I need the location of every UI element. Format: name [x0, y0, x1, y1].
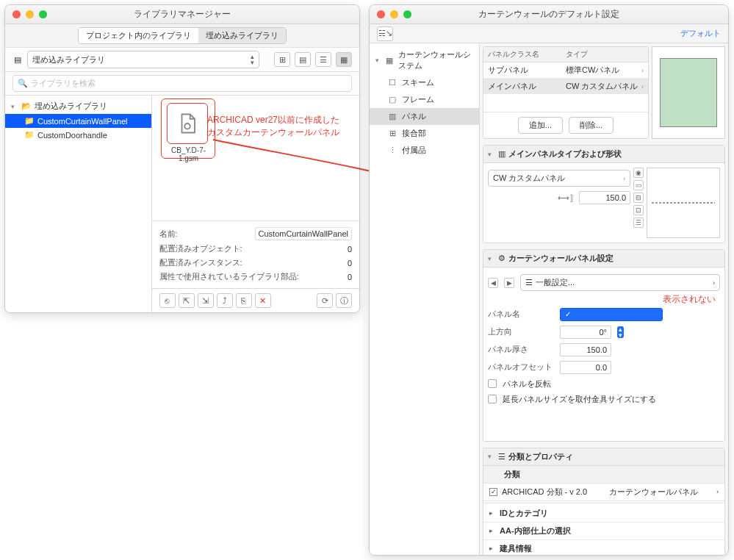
field-offset-input[interactable]: 0.0 — [560, 361, 611, 374]
tree-root[interactable]: ▾ 📂 埋め込みライブラリ — [5, 98, 151, 114]
checkbox-checked-icon[interactable]: ✓ — [489, 488, 497, 496]
section-cw-panel-settings[interactable]: ▾ ⚙ カーテンウォールパネル設定 — [483, 250, 724, 268]
group-aa[interactable]: ▸AA-内部仕上の選択 — [483, 523, 724, 540]
view-section-icon[interactable]: ⊟ — [633, 193, 644, 203]
extend-label: 延長パネルサイズを取付金具サイズにする — [503, 394, 656, 405]
meta-placed-obj-label: 配置済みオブジェクト: — [159, 243, 323, 254]
search-input[interactable]: 🔍 ライブラリを検索 — [12, 75, 352, 92]
view-reset-icon[interactable]: ☰ — [633, 218, 644, 228]
zoom-icon[interactable] — [39, 10, 47, 18]
thickness-input[interactable]: 150.0 — [579, 191, 630, 204]
nav-junction[interactable]: ⊞ 接合部 — [370, 125, 479, 142]
chevron-down-icon: ▾ — [11, 103, 18, 110]
new-folder-icon[interactable]: ⊞ — [274, 52, 290, 67]
filter-icon[interactable]: ☵↘ — [377, 26, 393, 41]
preview-section — [647, 168, 720, 238]
view-grid-icon[interactable]: ▦ — [336, 52, 352, 67]
group-id[interactable]: ▸IDとカテゴリ — [483, 505, 724, 523]
panel-type-value: CW カスタムパネル — [493, 173, 565, 184]
view-elev-icon[interactable]: ⊡ — [633, 205, 644, 215]
nav-prev-icon[interactable]: ◀ — [488, 278, 498, 288]
library-selector[interactable]: 埋め込みライブラリ ▴▾ — [27, 51, 259, 68]
window-title-cw: カーテンウォールのデフォルト設定 — [370, 8, 728, 21]
group-label: IDとカテゴリ — [500, 508, 548, 519]
zoom-icon[interactable] — [403, 10, 411, 18]
field-updir-input[interactable]: 0° — [560, 326, 611, 339]
chevron-right-icon: ▸ — [489, 509, 495, 517]
add-button[interactable]: 追加... — [518, 117, 563, 134]
general-settings-dropdown[interactable]: ☰一般設定... › — [520, 274, 720, 291]
tool-copy-icon[interactable]: ⎘ — [236, 293, 252, 308]
tab-project-lib[interactable]: プロジェクト内のライブラリ — [79, 28, 198, 43]
row-sub-val: 標準CWパネル — [566, 65, 619, 76]
close-icon[interactable] — [377, 10, 385, 18]
view-3d-icon[interactable]: ◉ — [633, 168, 644, 178]
tree-item-custom-cw-panel[interactable]: 📁 CustomCurtainWallPanel — [5, 114, 151, 128]
field-thick-input[interactable]: 150.0 — [560, 343, 611, 356]
meta-name-input[interactable]: CustomCurtainWallPanel — [255, 227, 352, 240]
tool-info-icon[interactable]: ⓘ — [336, 293, 352, 308]
close-icon[interactable] — [12, 10, 21, 18]
view-plan-icon[interactable]: ▭ — [633, 180, 644, 190]
nav-frame[interactable]: ▢ フレーム — [370, 91, 479, 108]
meta-placed-inst-val: 0 — [323, 259, 352, 268]
nav-accessory[interactable]: ⋮ 付属品 — [370, 142, 479, 159]
chevron-right-icon[interactable]: › — [641, 83, 644, 90]
minimize-icon[interactable] — [26, 10, 34, 18]
chevron-right-icon: ▸ — [489, 545, 495, 552]
general-label: 一般設定... — [536, 277, 575, 288]
tool-delete-icon[interactable]: ✕ — [255, 293, 271, 308]
meta-placed-inst-label: 配置済みインスタンス: — [159, 257, 323, 268]
section-classification[interactable]: ▾ ☰ 分類とプロパティ — [483, 448, 724, 466]
tab-embedded-lib[interactable]: 埋め込みライブラリ — [198, 28, 286, 43]
stepper-icon[interactable]: ▴▾ — [617, 326, 624, 338]
row-sub-label[interactable]: サブパネル — [488, 65, 566, 76]
view-list-icon[interactable]: ▤ — [295, 52, 311, 67]
chevron-right-icon: › — [713, 279, 715, 287]
file-item[interactable]: CB_Y.D-7-1.gsm — [167, 103, 211, 162]
tool-export-icon[interactable]: ⤴ — [217, 293, 233, 308]
chevron-down-icon: ▾ — [488, 255, 495, 262]
class-header: 分類 — [504, 469, 520, 480]
panel-name-dropdown[interactable]: ✓ — [560, 308, 663, 321]
row-main-label[interactable]: メインパネル — [488, 81, 566, 92]
nav-label: スキーム — [402, 77, 434, 88]
titlebar-cw: カーテンウォールのデフォルト設定 — [370, 5, 728, 24]
nav-scheme[interactable]: ☐ スキーム — [370, 74, 479, 91]
minimize-icon[interactable] — [390, 10, 398, 18]
nav-label: 接合部 — [402, 128, 426, 139]
section-label: メインパネルタイプおよび形状 — [508, 148, 622, 159]
panel-type-selector[interactable]: CW カスタムパネル › — [488, 170, 630, 187]
group-build[interactable]: ▸建具情報 — [483, 540, 724, 555]
col-type-header: タイプ — [566, 49, 644, 60]
library-tree: ▾ 📂 埋め込みライブラリ 📁 CustomCurtainWallPanel 📁… — [5, 96, 152, 312]
delete-button[interactable]: 削除... — [569, 117, 614, 134]
stepper-icon: ▴▾ — [251, 54, 254, 65]
nav-root[interactable]: ▾ ▦ カーテンウォールシステム — [370, 46, 479, 74]
tool-add-icon[interactable]: ⎋ — [159, 293, 176, 308]
section-main-panel-type[interactable]: ▾ ▥ メインパネルタイプおよび形状 — [483, 146, 724, 163]
tool-unlink-icon[interactable]: ⇲ — [198, 293, 214, 308]
col-class-header: パネルクラス名 — [488, 49, 566, 60]
chevron-right-icon[interactable]: › — [641, 67, 644, 74]
chevron-down-icon: ▾ — [488, 151, 495, 158]
library-tabs[interactable]: プロジェクト内のライブラリ 埋め込みライブラリ — [78, 27, 287, 44]
extend-checkbox[interactable] — [488, 395, 497, 403]
library-icon: ▤ — [12, 55, 23, 65]
flip-checkbox[interactable] — [488, 379, 497, 388]
view-tree-icon[interactable]: ☰ — [315, 52, 331, 67]
chevron-right-icon[interactable]: › — [716, 488, 719, 495]
section-label: 分類とプロパティ — [508, 451, 573, 462]
tool-refresh-icon[interactable]: ⟳ — [317, 293, 333, 308]
annotation-text-2: 表示されない — [488, 293, 720, 306]
tool-link-icon[interactable]: ⇱ — [179, 293, 195, 308]
thickness-icon: ⟷⟧ — [558, 193, 573, 203]
nav-panel[interactable]: ▥ パネル — [370, 108, 479, 125]
default-link[interactable]: デフォルト — [680, 28, 721, 39]
class-row-val: カーテンウォールパネル — [609, 487, 698, 498]
tree-item-custom-doorhandle[interactable]: 📁 CustomDoorhandle — [5, 128, 151, 142]
folder-icon: 📁 — [24, 130, 35, 140]
nav-next-icon[interactable]: ▶ — [504, 278, 514, 288]
class-row[interactable]: ✓ ARCHICAD 分類 - v 2.0 カーテンウォールパネル › — [483, 484, 724, 501]
nav-label: 付属品 — [402, 145, 426, 156]
